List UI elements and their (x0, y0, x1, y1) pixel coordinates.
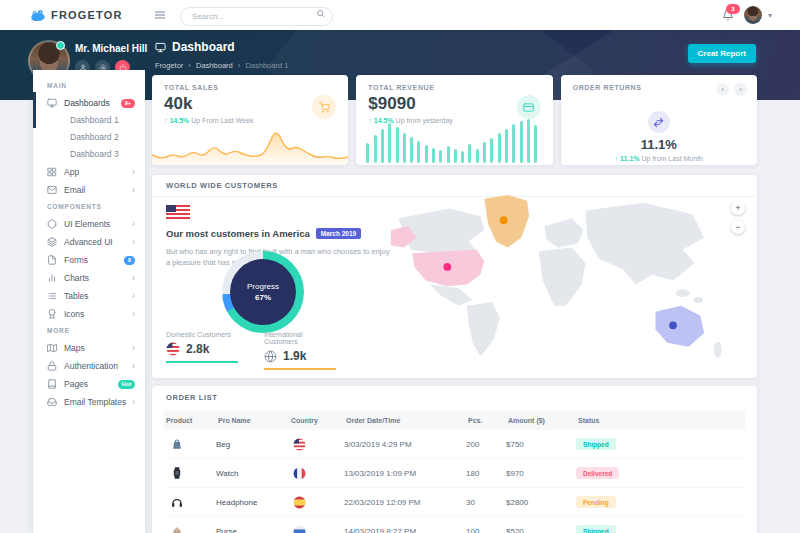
sidebar-item-email[interactable]: Email› (33, 181, 145, 199)
order-row-purse[interactable]: Purse14/03/2019 8:27 PM100$520Shipped (164, 517, 745, 533)
sidebar-item-label: Forms (64, 255, 124, 265)
map-zoom-in-button[interactable]: + (731, 201, 745, 215)
topbar: FROGETOR 3 ▾ (0, 0, 800, 30)
brand-logo[interactable]: FROGETOR (30, 8, 142, 22)
order-row-beg[interactable]: Beg3/03/2019 4:29 PM200$750Shipped (164, 430, 745, 459)
dashboard-icon (155, 42, 166, 53)
sidebar-badge: 9+ (121, 99, 135, 108)
product-name: Purse (216, 527, 289, 533)
sidebar-item-tables[interactable]: Tables› (33, 287, 145, 305)
world-customers-panel: WORLD WIDE CUSTOMERS Our most customers … (152, 175, 757, 378)
chevron-right-icon: › (132, 397, 135, 407)
sidebar-item-email-templates[interactable]: Email Templates› (33, 393, 145, 411)
map-australia (656, 306, 705, 347)
notification-count-badge: 3 (726, 4, 740, 14)
marker-greenland (500, 216, 508, 224)
order-pcs: 100 (466, 527, 506, 533)
column-header: Country (289, 417, 344, 424)
frog-logo-icon (30, 8, 46, 22)
main-content: TOTAL SALES 40k ↑ 14.5% Up From Last Wee… (152, 75, 757, 533)
world-map[interactable] (390, 191, 742, 371)
prev-button[interactable]: ‹ (716, 83, 729, 96)
column-header: Pro Name (216, 417, 289, 424)
column-header: Amount ($) (506, 417, 576, 424)
sidebar-item-label: Email Templates (64, 397, 132, 407)
revenue-bar (417, 141, 420, 163)
brand-name: FROGETOR (51, 9, 123, 21)
marker-australia (669, 321, 677, 329)
order-date: 22/03/2019 12:09 PM (344, 498, 466, 507)
sidebar-item-label: Tables (64, 291, 132, 301)
column-header: Pcs. (466, 417, 506, 424)
sidebar-item-maps[interactable]: Maps› (33, 339, 145, 357)
watch-product-icon (164, 466, 216, 480)
next-button[interactable]: › (734, 83, 747, 96)
sidebar-nav: MAINDashboards9+Dashboard 1Dashboard 2Da… (33, 78, 145, 411)
product-name: Watch (216, 469, 289, 478)
map-zoom-out-button[interactable]: − (731, 220, 745, 234)
sidebar-subitem-dashboard-2[interactable]: Dashboard 2 (33, 129, 145, 146)
sidebar-item-label: Authentication (64, 361, 132, 371)
sidebar-item-label: Email (64, 185, 132, 195)
progress-donut: Progress 67% (222, 251, 304, 333)
headphone-product-icon (164, 495, 216, 509)
sidebar-item-label: App (64, 167, 132, 177)
profile-menu-avatar[interactable] (744, 6, 762, 24)
marker-united-states (443, 263, 451, 271)
breadcrumb-item[interactable]: Frogetor (155, 61, 183, 70)
file-icon (47, 255, 57, 265)
sidebar-item-icons[interactable]: Icons› (33, 305, 145, 323)
sidebar-badge: Hot (118, 380, 135, 389)
breadcrumb-separator: › (238, 61, 241, 70)
international-customers-stat: International Customers 1.9k (264, 331, 336, 370)
bag-product-icon (164, 437, 216, 451)
sidebar-subitem-dashboard-3[interactable]: Dashboard 3 (33, 146, 145, 163)
order-pcs: 200 (466, 440, 506, 449)
revenue-bar (439, 150, 442, 163)
sidebar-section-label: COMPONENTS (33, 199, 145, 215)
order-row-watch[interactable]: Watch13/03/2019 1:09 PM180$970Delivered (164, 459, 745, 488)
revenue-bar (490, 138, 493, 163)
world-headline: Our most customers in America (166, 228, 310, 239)
sidebar-item-ui-elements[interactable]: UI Elements› (33, 215, 145, 233)
order-status: Pending (576, 496, 745, 508)
chevron-right-icon: › (132, 343, 135, 353)
notifications-button[interactable]: 3 (722, 9, 734, 21)
menu-toggle-button[interactable] (154, 10, 166, 20)
order-date: 13/03/2019 1:09 PM (344, 469, 466, 478)
status-badge: Delivered (576, 467, 619, 479)
revenue-bar (527, 119, 530, 163)
order-table-header: ProductPro NameCountryOrder Date/TimePcs… (164, 410, 745, 430)
sidebar-item-label: Icons (64, 309, 132, 319)
sidebar-item-advanced-ui[interactable]: Advanced UI› (33, 233, 145, 251)
sidebar-item-authentication[interactable]: Authentication› (33, 357, 145, 375)
chevron-right-icon: › (132, 361, 135, 371)
russia-flag-icon (289, 525, 344, 533)
sidebar-item-label: Maps (64, 343, 132, 353)
sidebar-item-forms[interactable]: Forms8 (33, 251, 145, 269)
order-list-panel: ORDER LIST ProductPro NameCountryOrder D… (152, 386, 757, 533)
search-input[interactable] (180, 7, 333, 26)
france-flag-icon (289, 467, 344, 480)
search-icon[interactable] (316, 9, 325, 18)
sidebar-item-charts[interactable]: Charts› (33, 269, 145, 287)
revenue-bar (388, 123, 391, 163)
chevron-right-icon: › (132, 309, 135, 319)
create-report-button[interactable]: Creat Report (688, 44, 756, 63)
sidebar-item-label: Advanced UI (64, 237, 132, 247)
order-amount: $970 (506, 469, 576, 478)
breadcrumb-item[interactable]: Dashboard (196, 61, 233, 70)
us-flag-icon (166, 342, 180, 356)
sidebar-item-pages[interactable]: PagesHot (33, 375, 145, 393)
chevron-right-icon: › (132, 291, 135, 301)
map-icon (47, 343, 57, 353)
sidebar-item-app[interactable]: App› (33, 163, 145, 181)
us-flag-icon (289, 438, 344, 451)
sidebar-section-label: MAIN (33, 78, 145, 94)
sidebar-subitem-dashboard-1[interactable]: Dashboard 1 (33, 112, 145, 129)
chevron-down-icon[interactable]: ▾ (768, 11, 772, 20)
revenue-bar (476, 149, 479, 163)
sidebar-item-dashboards[interactable]: Dashboards9+ (33, 94, 145, 112)
order-row-headphone[interactable]: Headphone22/03/2019 12:09 PM30$2800Pendi… (164, 488, 745, 517)
sidebar-item-label: Pages (64, 379, 118, 389)
